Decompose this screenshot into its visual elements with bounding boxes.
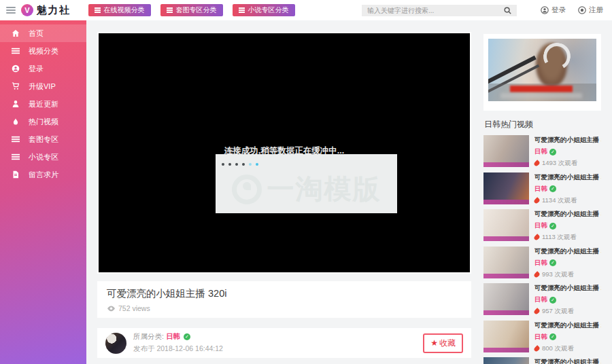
login-label: 登录 [551,5,566,15]
fire-icon [12,117,20,126]
sidebar-item-home[interactable]: 首页 [0,24,86,42]
uploader-card: 所属分类: 日韩 ✓ 发布于 2018-12-06 16:44:12 ★ 收藏 [97,328,471,358]
favorite-label: 收藏 [439,338,456,349]
video-thumbnail[interactable] [483,357,529,364]
sidebar-item-label: 留言求片 [29,170,58,180]
avatar[interactable] [105,333,126,354]
watermark-text: 一淘模版 [267,170,381,208]
sidebar-item-photo-zone[interactable]: 套图专区 [0,130,86,148]
sidebar-item-hot-videos[interactable]: 热门视频 [0,113,86,130]
nav-button-label: 套图专区分类 [176,5,217,15]
sidebar-item-label: 套图专区 [29,134,58,145]
verified-check-icon: ✓ [549,185,556,192]
video-item-title: 可爱漂亮的小姐姐主播 320i [534,358,601,364]
video-thumbnail[interactable] [483,283,529,315]
register-label: 注册 [589,5,603,15]
verified-check-icon: ✓ [549,223,556,230]
video-item-category: 日韩 [534,333,547,342]
video-item-title: 可爱漂亮的小姐姐主播 319i [534,173,601,182]
search-icon[interactable] [504,5,511,17]
video-views: 752 views [107,304,462,312]
list-item[interactable]: 可爱漂亮的小姐姐主播 322i 日韩✓ 1113 次观看 [483,209,601,242]
user-circle-icon [12,65,20,73]
nav-button-video-categories[interactable]: 在线视频分类 [88,4,151,16]
video-item-category: 日韩 [534,147,547,156]
video-thumbnail[interactable] [483,209,529,241]
list-icon [12,135,20,143]
list-item[interactable]: 可爱漂亮的小姐姐主播 319i 日韩✓ 1134 次观看 [483,172,601,205]
video-item-title: 可爱漂亮的小姐姐主播 318i [534,136,601,145]
star-icon: ★ [430,338,438,348]
list-icon [95,7,101,14]
video-item-category: 日韩 [534,295,547,304]
sidebar-item-label: 首页 [29,29,44,39]
eye-icon [107,306,116,312]
list-item[interactable]: 可爱漂亮的小姐姐主播 320i 日韩✓ [483,357,601,364]
sidebar-item-label: 升级VIP [29,81,56,92]
fire-icon [533,197,541,204]
file-icon [12,170,20,179]
category-line: 所属分类: 日韩 ✓ [133,332,223,342]
right-sidebar: 日韩热门视频 可爱漂亮的小姐姐主播 318i 日韩✓ 1493 次观看 可爱漂亮… [483,34,601,364]
list-icon [167,7,173,14]
sidebar-item-login[interactable]: 登录 [0,60,86,77]
fire-icon [533,160,541,167]
watermark-logo-icon [232,175,262,204]
sidebar-item-novel-zone[interactable]: 小说专区 [0,148,86,166]
nav-button-label: 在线视频分类 [104,5,145,15]
hamburger-menu-icon[interactable] [6,5,16,16]
verified-check-icon: ✓ [549,333,556,340]
search-input[interactable] [367,7,504,14]
video-thumbnail[interactable] [483,172,529,204]
site-title: 魅力社 [37,4,71,17]
video-item-views: 1113 次观看 [542,233,577,242]
sidebar-item-recent-updates[interactable]: 最近更新 [0,95,86,113]
video-thumbnail[interactable] [483,135,529,167]
fire-icon [533,308,541,315]
list-item[interactable]: 可爱漂亮的小姐姐主播 328i 日韩✓ 993 次观看 [483,247,601,279]
category-link[interactable]: 日韩 [166,332,180,342]
video-item-title: 可爱漂亮的小姐姐主播 322i [534,210,601,219]
top-bar: V 魅力社 在线视频分类 套图专区分类 小说专区分类 登录 注册 [0,0,612,20]
list-icon [12,153,20,161]
video-item-title: 可爱漂亮的小姐姐主播 229i [534,321,601,330]
list-item[interactable]: 可爱漂亮的小姐姐主播 229i 日韩✓ 800 次观看 [483,321,601,353]
fire-icon [533,234,541,241]
cart-icon [12,82,20,90]
video-item-views: 1493 次观看 [542,159,577,168]
list-icon [239,7,245,14]
sidebar-item-label: 登录 [29,64,44,74]
sidebar-item-upgrade-vip[interactable]: 升级VIP [0,77,86,95]
list-item[interactable]: 可爱漂亮的小姐姐主播 318i 日韩✓ 1493 次观看 [483,135,601,168]
video-title-card: 可爱漂亮的小姐姐主播 320i 752 views [97,281,471,318]
video-thumbnail[interactable] [483,247,529,278]
views-count: 752 views [118,304,150,312]
video-item-title: 可爱漂亮的小姐姐主播 227i [534,284,601,293]
nav-button-label: 小说专区分类 [248,5,289,15]
sidebar-item-request-video[interactable]: 留言求片 [0,166,86,183]
site-logo[interactable]: V 魅力社 [21,4,71,17]
favorite-button[interactable]: ★ 收藏 [423,333,463,353]
register-icon [578,6,586,14]
main-content: 连接成功,稍等数据正在缓冲中... 一淘模版 可爱漂亮的小姐姐主播 320i 7… [97,32,471,364]
list-item[interactable]: 可爱漂亮的小姐姐主播 227i 日韩✓ 957 次观看 [483,283,601,316]
video-item-title: 可爱漂亮的小姐姐主播 328i [534,247,601,256]
category-label: 所属分类: [133,332,164,342]
video-item-views: 993 次观看 [542,270,574,279]
sidebar-item-video-categories[interactable]: 视频分类 [0,42,86,60]
verified-check-icon: ✓ [549,297,556,304]
hot-videos-heading: 日韩热门视频 [484,119,601,130]
nav-button-novel-categories[interactable]: 小说专区分类 [233,4,295,16]
login-link[interactable]: 登录 [541,5,566,15]
nav-button-photo-categories[interactable]: 套图专区分类 [160,4,223,16]
video-thumbnail[interactable] [483,321,529,352]
ad-banner-image[interactable] [488,39,596,101]
register-link[interactable]: 注册 [578,5,603,15]
account-links: 登录 注册 [541,0,603,20]
verified-check-icon: ✓ [549,149,556,156]
ad-card [483,34,601,111]
verified-check-icon: ✓ [549,259,556,266]
sidebar-item-label: 视频分类 [29,46,58,56]
video-player[interactable]: 连接成功,稍等数据正在缓冲中... 一淘模版 [99,33,470,272]
list-icon [12,47,20,55]
